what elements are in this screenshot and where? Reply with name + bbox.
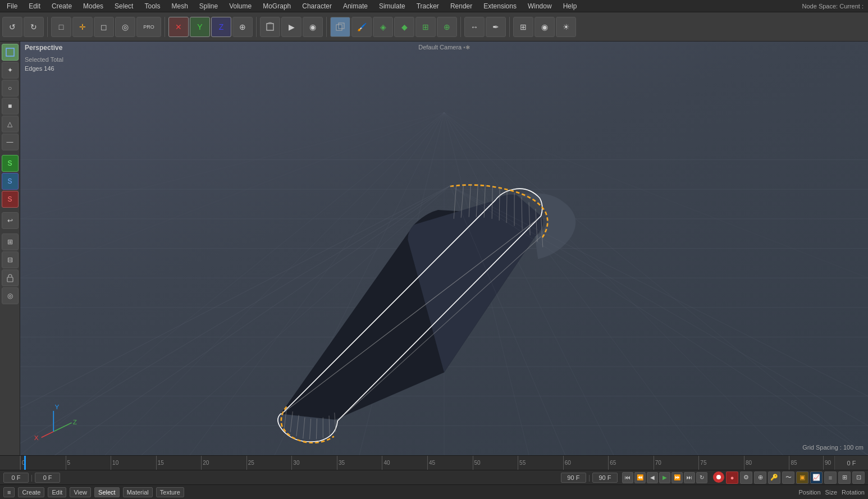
menu-file[interactable]: File: [4, 1, 20, 11]
menu-render[interactable]: Render: [448, 1, 474, 11]
frame-sep2: |: [588, 474, 590, 482]
menu-tracker[interactable]: Tracker: [414, 1, 441, 11]
loop-btn[interactable]: ↻: [696, 472, 707, 483]
goto-start-btn[interactable]: ⏮: [622, 472, 633, 483]
sidebar-lock-btn[interactable]: [2, 269, 19, 286]
statusbar-select[interactable]: Select: [94, 487, 120, 497]
transport-row: | | ⏮ ⏪ ◀ ▶ ⏩ ⏭ ↻ ● ⚙ ⊕ 🔑 〜 ▣ 📈 ≡ ⊞ ⊡: [0, 470, 868, 484]
record-btn[interactable]: [713, 471, 724, 483]
menu-mesh[interactable]: Mesh: [169, 1, 190, 11]
sidebar-bend-btn[interactable]: ↩: [2, 212, 19, 229]
rotate-btn[interactable]: ◎: [115, 17, 135, 37]
menu-edit[interactable]: Edit: [26, 1, 43, 11]
statusbar-menu-toggle[interactable]: ≡: [3, 487, 15, 497]
frame-start-input[interactable]: [3, 473, 29, 483]
redo-btn[interactable]: ↻: [24, 17, 44, 37]
sym-btn[interactable]: ◆: [394, 17, 414, 37]
mirror-btn[interactable]: ◈: [373, 17, 393, 37]
step-fwd-btn[interactable]: ⏩: [671, 472, 683, 483]
viewport[interactable]: ≡ View Cameras Display Options Filter Pa…: [20, 42, 868, 455]
timeline-btn[interactable]: ≡: [824, 471, 837, 484]
record-controls: ● ⚙ ⊕ 🔑 〜 ▣ 📈 ≡ ⊞ ⊡: [713, 471, 865, 484]
perspective-view-btn[interactable]: [330, 17, 350, 37]
grid-btn[interactable]: ⊞: [415, 17, 436, 37]
toolbar-sep-1: [47, 17, 48, 37]
ease-btn[interactable]: ▣: [796, 471, 808, 484]
sidebar-star-btn[interactable]: ✦: [2, 62, 19, 79]
statusbar-create[interactable]: Create: [18, 487, 44, 497]
statusbar-material[interactable]: Material: [123, 487, 153, 497]
menu-volume[interactable]: Volume: [227, 1, 254, 11]
menu-help[interactable]: Help: [561, 1, 579, 11]
statusbar-texture[interactable]: Texture: [156, 487, 184, 497]
sidebar-circle-btn[interactable]: ○: [2, 80, 19, 97]
snap3-btn[interactable]: ⊕: [754, 471, 766, 484]
light-btn[interactable]: ☀: [556, 17, 576, 37]
move-btn[interactable]: ✛: [72, 17, 93, 37]
goto-end-btn[interactable]: ⏭: [684, 472, 695, 483]
size-label: Size: [825, 489, 837, 496]
tick-35: 35: [337, 456, 345, 470]
key-btn[interactable]: 🔑: [768, 471, 780, 484]
anim-btn[interactable]: ↔: [464, 17, 485, 37]
menu-extensions[interactable]: Extensions: [481, 1, 519, 11]
menu-animate[interactable]: Animate: [341, 1, 370, 11]
expand-btn[interactable]: ⊡: [852, 471, 865, 484]
z-axis-btn[interactable]: Z: [211, 17, 231, 37]
statusbar-edit[interactable]: Edit: [48, 487, 66, 497]
menu-tools[interactable]: Tools: [142, 1, 162, 11]
fcurve-btn[interactable]: 📈: [810, 471, 823, 484]
play-reverse-btn[interactable]: ◀: [647, 472, 658, 483]
sidebar-square-btn[interactable]: ■: [2, 98, 19, 115]
play-fwd-btn[interactable]: ▶: [659, 472, 670, 483]
menu-simulate[interactable]: Simulate: [377, 1, 408, 11]
viewport-canvas[interactable]: Z Y X Perspective Default Camera •✱ Sele…: [20, 42, 868, 455]
play-btn[interactable]: ▶: [281, 17, 301, 37]
pro-btn[interactable]: PRO: [136, 17, 161, 37]
sidebar-spin-btn[interactable]: ◎: [2, 287, 19, 304]
menu-window[interactable]: Window: [526, 1, 554, 11]
sidebar-grid2-btn[interactable]: ⊟: [2, 251, 19, 268]
current-frame-input[interactable]: [35, 473, 60, 483]
menu-mograph[interactable]: MoGraph: [261, 1, 293, 11]
sidebar-s3-btn[interactable]: S: [2, 191, 19, 208]
sidebar-s2-btn[interactable]: S: [2, 173, 19, 190]
settings-btn[interactable]: ⚙: [740, 471, 752, 484]
snap2-btn[interactable]: ⊕: [437, 17, 457, 37]
y-axis-btn[interactable]: Y: [190, 17, 210, 37]
obj-mode-btn[interactable]: [260, 17, 280, 37]
motion-btn[interactable]: 〜: [782, 471, 794, 484]
menu-create[interactable]: Create: [49, 1, 74, 11]
auto-key-btn[interactable]: ●: [726, 471, 738, 484]
statusbar-view[interactable]: View: [70, 487, 91, 497]
sidebar-line-btn[interactable]: ―: [2, 134, 19, 150]
tick-25: 25: [246, 456, 254, 470]
snap-btn[interactable]: ◉: [303, 17, 323, 37]
tick-40: 40: [382, 456, 390, 470]
step-back-btn[interactable]: ⏪: [634, 472, 646, 483]
paint-btn[interactable]: 🖌️: [351, 17, 372, 37]
render-preview-btn[interactable]: ◉: [534, 17, 555, 37]
undo-btn[interactable]: ↺: [2, 17, 22, 37]
menu-modes[interactable]: Modes: [81, 1, 106, 11]
menu-spline[interactable]: Spline: [197, 1, 220, 11]
menu-character[interactable]: Character: [300, 1, 334, 11]
frame-max-input[interactable]: [592, 473, 618, 483]
scale-btn[interactable]: ◻: [94, 17, 114, 37]
layout-btn[interactable]: ⊞: [838, 471, 851, 484]
tick-5: 5: [66, 456, 71, 470]
world-space-btn[interactable]: ⊕: [232, 17, 253, 37]
sidebar-mode-btn[interactable]: [2, 44, 19, 61]
timeline-ruler[interactable]: 0 5 10 15 20 25 30 35 40 45 50 55 60 65 …: [20, 456, 834, 470]
x-axis-btn[interactable]: ✕: [168, 17, 189, 37]
sidebar-tri-btn[interactable]: △: [2, 116, 19, 132]
render-queue-btn[interactable]: ⊞: [513, 17, 533, 37]
position-label: Position: [798, 489, 820, 496]
sidebar-grid1-btn[interactable]: ⊞: [2, 234, 19, 250]
timeline-playhead[interactable]: [24, 456, 26, 470]
sidebar-s1-btn[interactable]: S: [2, 155, 19, 172]
frame-end-input[interactable]: [561, 473, 586, 483]
live-select-btn[interactable]: □: [51, 17, 71, 37]
menu-select[interactable]: Select: [112, 1, 135, 11]
knife-btn[interactable]: ✒: [486, 17, 506, 37]
